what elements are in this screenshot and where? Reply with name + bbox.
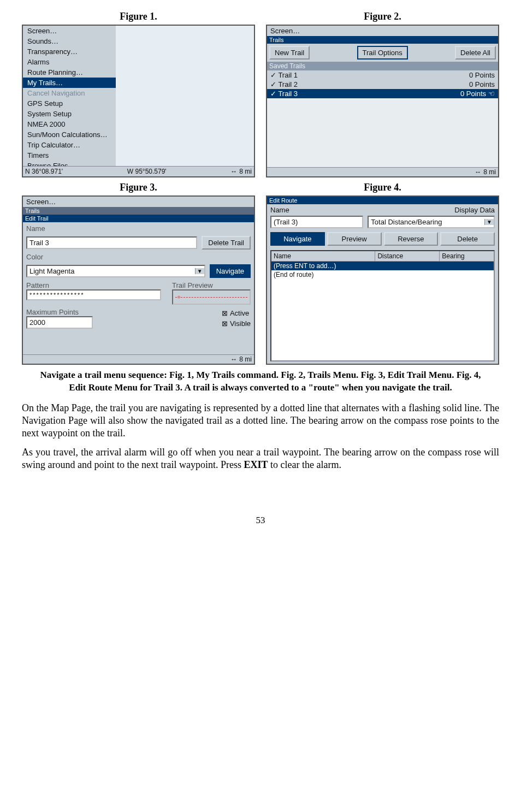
figures-caption: Navigate a trail menu sequence: Fig. 1, … (33, 369, 488, 394)
page-number: 53 (22, 515, 499, 526)
fig3-title-bar: Edit Trail (23, 215, 254, 222)
paragraph-2: As you travel, the arrival alarm will go… (22, 446, 499, 471)
new-trail-button[interactable]: New Trail (269, 46, 310, 60)
fig3-status-bar: ↔ 8 mi (23, 354, 254, 364)
coord-n: N 36°08.971' (25, 168, 63, 175)
fig3-trails-bar: Trails (23, 207, 254, 215)
route-row-end: (End of route) (271, 270, 494, 279)
active-checkbox[interactable]: Active (222, 309, 251, 317)
col-bearing: Bearing (440, 251, 494, 261)
delete-trail-button[interactable]: Delete Trail (202, 236, 251, 250)
trail-preview (172, 289, 251, 305)
trail-row-3[interactable]: Trail 3 0 Points ☜ (267, 89, 498, 98)
fig4-display-data-label: Display Data (454, 206, 495, 214)
figure-3-title: Figure 3. (120, 182, 157, 193)
figure-4-screenshot: Edit Route Name Display Data (Trail 3) T… (266, 195, 499, 365)
delete-button[interactable]: Delete (440, 232, 495, 246)
arrow-icon: ↔ (475, 168, 481, 176)
trail-preview-label: Trail Preview (172, 281, 251, 289)
pattern-label: Pattern (26, 281, 161, 289)
paragraph-1: On the Map Page, the trail you are navig… (22, 402, 499, 440)
visible-checkbox[interactable]: Visible (222, 319, 251, 328)
navigate-button[interactable]: Navigate (270, 232, 325, 246)
fig2-title-bar: Trails (267, 36, 498, 44)
figure-1-title: Figure 1. (120, 11, 157, 22)
route-row-add[interactable]: (Press ENT to add…) (271, 262, 494, 270)
col-distance: Distance (375, 251, 440, 261)
route-table: Name Distance Bearing (Press ENT to add…… (270, 250, 495, 361)
coord-w: W 95°50.579' (127, 168, 167, 175)
name-label: Name (26, 224, 251, 233)
fig4-name-label: Name (270, 206, 289, 214)
color-label: Color (26, 253, 251, 261)
hand-icon: ☜ (488, 90, 495, 98)
trail-row-2[interactable]: Trail 20 Points (267, 80, 498, 89)
fig2-status-bar: ↔ 8 mi (267, 167, 498, 176)
figure-1-screenshot: Screen… Sounds… Transparency… Alarms Rou… (22, 25, 255, 177)
delete-all-button[interactable]: Delete All (455, 46, 496, 60)
route-name-input[interactable]: (Trail 3) (270, 216, 363, 228)
preview-button[interactable]: Preview (327, 232, 382, 246)
coord-dist: 8 mi (239, 168, 252, 175)
col-name: Name (271, 251, 375, 261)
trail-name-input[interactable]: Trail 3 (26, 236, 197, 249)
fig3-screen[interactable]: Screen… (23, 197, 254, 207)
figure-2-screenshot: Screen… Trails New Trail Trail Options D… (266, 25, 499, 177)
display-data-dropdown[interactable]: Total Distance/Bearing▼ (368, 216, 495, 228)
coord-bar: N 36°08.971' W 95°50.579' ↔8 mi (23, 166, 254, 176)
trail-row-1[interactable]: Trail 10 Points (267, 70, 498, 80)
navigate-button[interactable]: Navigate (210, 264, 251, 278)
pattern-input[interactable]: **************** (26, 289, 161, 300)
reverse-button[interactable]: Reverse (384, 232, 439, 246)
fig2-screen[interactable]: Screen… (267, 26, 498, 36)
trail-options-button[interactable]: Trail Options (357, 46, 408, 60)
saved-trails-header: Saved Trails (267, 62, 498, 70)
arrow-icon: ↔ (230, 168, 237, 175)
max-points-label: Maximum Points (26, 308, 211, 316)
figure-4-title: Figure 4. (364, 182, 401, 193)
arrow-icon: ↔ (230, 355, 237, 363)
figure-3-screenshot: Screen… Trails Edit Trail Name Trail 3 D… (22, 195, 255, 365)
fig4-title-bar: Edit Route (267, 197, 498, 204)
figure-2-title: Figure 2. (364, 11, 401, 22)
color-dropdown[interactable]: Light Magenta▼ (26, 265, 205, 277)
max-points-input[interactable]: 2000 (26, 316, 93, 329)
